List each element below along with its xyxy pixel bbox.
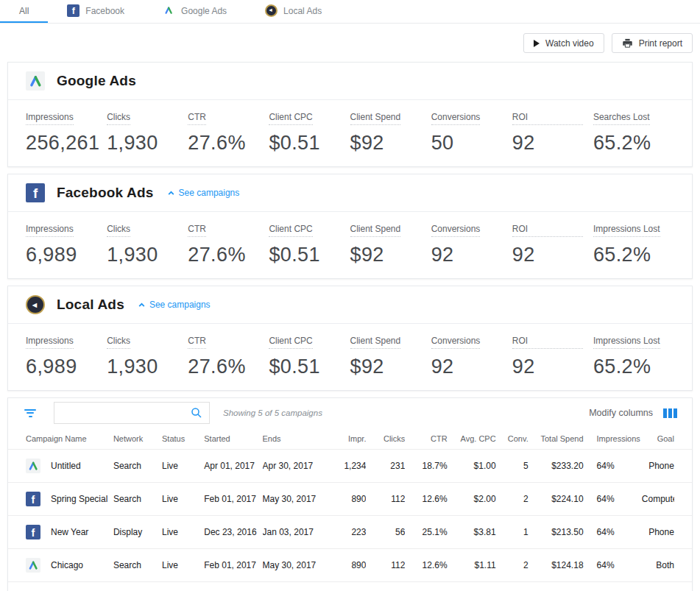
campaign-name: New Year [51,527,88,537]
goal: Both [642,560,674,570]
facebook-icon: f [26,183,45,202]
facebook-icon: f [26,525,40,539]
stat-conversions: Conversions92 [431,222,512,266]
card-title: Google Ads [57,73,136,89]
stat-impressions-lost: Impressions Lost65.2% [593,333,674,378]
col-ctr[interactable]: CTR [405,434,447,443]
stat-roi: ROI92 [512,222,593,266]
col-goal[interactable]: Goal [642,434,674,443]
total-spend: $124.18 [528,560,584,570]
campaign-name: Chicago [51,560,83,570]
watch-video-button[interactable]: Watch video [523,33,604,53]
conv: 5 [496,461,528,471]
status: Live [162,527,204,537]
col-status[interactable]: Status [162,434,204,443]
facebook-ads-stats: Impressions6,989 Clicks1,930 CTR27.6% Cl… [8,212,692,278]
stat-clicks: Clicks1,930 [107,110,188,155]
stat-impressions: Impressions6,989 [26,222,107,266]
campaign-search-input[interactable] [60,408,190,418]
print-report-button[interactable]: Print report [612,33,693,53]
ctr: 18.7% [405,461,447,471]
facebook-icon: f [26,492,40,506]
stat-impressions: Impressions6,989 [26,333,107,378]
total-spend: $213.50 [528,527,584,537]
local-ads-icon: ◄ [265,4,277,17]
started: Apr 01, 2017 [204,461,262,471]
table-row[interactable]: Untitled Search Live Apr 01, 2017 Apr 30… [8,450,692,483]
col-total-spend[interactable]: Total Spend [528,434,584,443]
conv: 2 [496,494,528,504]
table-toolbar: Showing 5 of 5 campaigns Modify columns [8,398,692,428]
campaign-name: Untitled [51,461,81,471]
status: Live [162,494,204,504]
stat-client-cpc: Client CPC$0.51 [269,110,350,155]
col-avg-cpc[interactable]: Avg. CPC [448,434,496,443]
conv: 1 [496,527,528,537]
tab-google-ads[interactable]: Google Ads [144,0,246,23]
see-campaigns-link[interactable]: See campaigns [167,188,240,198]
facebook-icon: f [67,4,79,17]
stat-impressions-lost: Impressions Lost65.2% [593,222,674,266]
impressions-lost: 64% [584,527,642,537]
avg-cpc: $2.00 [448,494,496,504]
avg-cpc: $1.00 [448,461,496,471]
stat-conversions: Conversions50 [431,110,512,155]
col-started[interactable]: Started [204,434,262,443]
stat-client-cpc: Client CPC$0.51 [269,333,350,378]
campaign-name: Spring Special [51,494,107,504]
stat-impressions: Impressions256,261 [26,110,107,155]
tab-facebook[interactable]: f Facebook [48,0,144,23]
see-campaigns-link[interactable]: See campaigns [138,300,211,310]
table-row[interactable]: fSpring Special Search Live Feb 01, 2017… [8,483,692,516]
network: Search [113,560,162,570]
facebook-ads-card-header: f Facebook Ads See campaigns [8,174,692,212]
impr: 1,234 [330,461,366,471]
table-row[interactable]: Chicago Search Live Feb 01, 2017 May 30,… [8,549,692,582]
search-icon[interactable] [190,406,203,420]
tab-local-ads[interactable]: ◄ Local Ads [246,0,341,23]
tab-google-ads-label: Google Ads [181,6,227,16]
columns-icon [663,408,677,418]
facebook-ads-card: f Facebook Ads See campaigns Impressions… [7,174,693,279]
stat-roi: ROI92 [512,333,593,378]
local-ads-stats: Impressions6,989 Clicks1,930 CTR27.6% Cl… [8,324,692,390]
tab-all[interactable]: All [0,0,48,23]
ctr: 12.6% [405,560,447,570]
stat-ctr: CTR27.6% [188,110,269,155]
google-ads-stats: Impressions256,261 Clicks1,930 CTR27.6% … [8,100,692,166]
col-campaign-name[interactable]: Campaign Name [26,434,113,443]
network: Display [113,527,162,537]
play-icon [534,40,540,47]
printer-icon [622,38,633,49]
col-impr[interactable]: Impr. [330,434,366,443]
table-row[interactable]: fNew Year Display Live Dec 23, 2016 Jan … [8,516,692,549]
print-report-label: Print report [639,38,682,49]
stat-client-spend: Client Spend$92 [350,110,431,155]
watch-video-label: Watch video [545,38,594,49]
filter-icon[interactable] [23,407,38,419]
impressions-lost: 64% [584,560,642,570]
tab-facebook-label: Facebook [85,6,124,16]
modify-columns-button[interactable]: Modify columns [589,408,677,418]
col-impressions-lost[interactable]: Impressions lost↓ [584,433,642,444]
col-ends[interactable]: Ends [263,434,331,443]
clicks: 231 [366,461,405,471]
stat-clicks: Clicks1,930 [107,222,188,266]
chevron-up-icon [138,301,146,309]
stat-clicks: Clicks1,930 [107,333,188,378]
goal: Phone [642,527,674,537]
stat-roi: ROI92 [512,110,593,155]
ends: May 30, 2017 [263,494,331,504]
google-ads-card: Google Ads Impressions256,261 Clicks1,93… [7,62,693,167]
col-conv[interactable]: Conv. [496,434,528,443]
goal: Computer [642,494,674,504]
table-row[interactable]: Indiana Display Ended Dec 23, 2016 Jan 0… [8,582,692,591]
col-network[interactable]: Network [113,434,162,443]
google-ads-icon [26,558,40,573]
col-clicks[interactable]: Clicks [366,434,405,443]
table-header-row: Campaign Name Network Status Started End… [8,428,692,450]
campaigns-table-card: Showing 5 of 5 campaigns Modify columns … [7,397,693,591]
campaign-search [54,402,210,424]
ends: May 30, 2017 [263,560,331,570]
local-ads-card-header: ◄ Local Ads See campaigns [8,286,692,324]
